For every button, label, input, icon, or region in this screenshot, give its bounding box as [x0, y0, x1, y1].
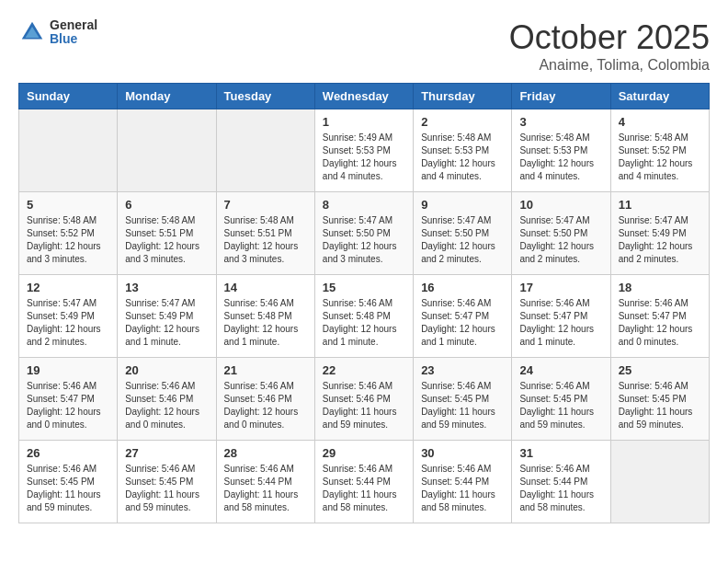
- calendar-day-cell: 7Sunrise: 5:48 AM Sunset: 5:51 PM Daylig…: [216, 192, 314, 275]
- calendar-day-cell: 3Sunrise: 5:48 AM Sunset: 5:53 PM Daylig…: [512, 109, 610, 192]
- day-of-week-header: Monday: [118, 84, 216, 109]
- day-info: Sunrise: 5:46 AM Sunset: 5:48 PM Dayligh…: [224, 297, 307, 349]
- day-info: Sunrise: 5:48 AM Sunset: 5:53 PM Dayligh…: [421, 132, 504, 183]
- day-info: Sunrise: 5:46 AM Sunset: 5:45 PM Dayligh…: [421, 380, 504, 431]
- day-number: 8: [323, 198, 405, 212]
- day-number: 11: [619, 198, 701, 212]
- day-info: Sunrise: 5:48 AM Sunset: 5:52 PM Dayligh…: [27, 214, 109, 266]
- day-info: Sunrise: 5:46 AM Sunset: 5:46 PM Dayligh…: [323, 380, 405, 431]
- calendar-day-cell: 23Sunrise: 5:46 AM Sunset: 5:45 PM Dayli…: [414, 358, 512, 441]
- day-number: 12: [27, 281, 109, 294]
- calendar-day-cell: 13Sunrise: 5:47 AM Sunset: 5:49 PM Dayli…: [118, 275, 216, 358]
- day-number: 27: [125, 446, 208, 460]
- day-info: Sunrise: 5:46 AM Sunset: 5:47 PM Dayligh…: [27, 380, 109, 431]
- calendar-day-cell: 16Sunrise: 5:46 AM Sunset: 5:47 PM Dayli…: [414, 275, 512, 358]
- day-number: 9: [421, 198, 504, 212]
- calendar-week-row: 12Sunrise: 5:47 AM Sunset: 5:49 PM Dayli…: [19, 275, 710, 358]
- calendar-day-cell: 11Sunrise: 5:47 AM Sunset: 5:49 PM Dayli…: [610, 192, 709, 275]
- calendar-day-cell: [610, 441, 709, 523]
- day-info: Sunrise: 5:47 AM Sunset: 5:50 PM Dayligh…: [323, 214, 405, 266]
- logo-text: General Blue: [50, 18, 97, 47]
- day-number: 13: [125, 281, 208, 294]
- day-number: 31: [519, 446, 602, 460]
- calendar-day-cell: 29Sunrise: 5:46 AM Sunset: 5:44 PM Dayli…: [314, 441, 413, 523]
- day-info: Sunrise: 5:46 AM Sunset: 5:44 PM Dayligh…: [519, 463, 602, 514]
- day-number: 28: [224, 446, 307, 460]
- month-title: October 2025: [509, 18, 710, 57]
- calendar-day-cell: 26Sunrise: 5:46 AM Sunset: 5:45 PM Dayli…: [19, 441, 118, 523]
- calendar-day-cell: 27Sunrise: 5:46 AM Sunset: 5:45 PM Dayli…: [118, 441, 216, 523]
- calendar-table: SundayMondayTuesdayWednesdayThursdayFrid…: [18, 83, 710, 523]
- calendar-day-cell: 20Sunrise: 5:46 AM Sunset: 5:46 PM Dayli…: [118, 358, 216, 441]
- calendar-day-cell: 17Sunrise: 5:46 AM Sunset: 5:47 PM Dayli…: [512, 275, 610, 358]
- calendar-day-cell: [118, 109, 216, 192]
- calendar-day-cell: 9Sunrise: 5:47 AM Sunset: 5:50 PM Daylig…: [414, 192, 512, 275]
- day-number: 15: [323, 281, 405, 294]
- calendar-day-cell: [216, 109, 314, 192]
- page-header: General Blue October 2025 Anaime, Tolima…: [18, 18, 710, 74]
- day-number: 14: [224, 281, 307, 294]
- day-number: 3: [519, 115, 602, 129]
- day-number: 16: [421, 281, 504, 294]
- calendar-day-cell: 1Sunrise: 5:49 AM Sunset: 5:53 PM Daylig…: [314, 109, 413, 192]
- day-info: Sunrise: 5:46 AM Sunset: 5:45 PM Dayligh…: [27, 463, 109, 514]
- day-info: Sunrise: 5:47 AM Sunset: 5:49 PM Dayligh…: [125, 297, 208, 349]
- calendar-day-cell: 24Sunrise: 5:46 AM Sunset: 5:45 PM Dayli…: [512, 358, 610, 441]
- day-number: 23: [421, 363, 504, 377]
- day-info: Sunrise: 5:46 AM Sunset: 5:44 PM Dayligh…: [224, 463, 307, 514]
- calendar-day-cell: 15Sunrise: 5:46 AM Sunset: 5:48 PM Dayli…: [314, 275, 413, 358]
- day-info: Sunrise: 5:48 AM Sunset: 5:53 PM Dayligh…: [519, 132, 602, 183]
- calendar-day-cell: 8Sunrise: 5:47 AM Sunset: 5:50 PM Daylig…: [314, 192, 413, 275]
- day-info: Sunrise: 5:46 AM Sunset: 5:45 PM Dayligh…: [125, 463, 208, 514]
- calendar-day-cell: 2Sunrise: 5:48 AM Sunset: 5:53 PM Daylig…: [414, 109, 512, 192]
- day-number: 20: [125, 363, 208, 377]
- calendar-day-cell: 5Sunrise: 5:48 AM Sunset: 5:52 PM Daylig…: [19, 192, 118, 275]
- day-info: Sunrise: 5:47 AM Sunset: 5:49 PM Dayligh…: [619, 214, 701, 266]
- day-info: Sunrise: 5:47 AM Sunset: 5:50 PM Dayligh…: [421, 214, 504, 266]
- logo-general: General: [50, 18, 97, 32]
- day-info: Sunrise: 5:49 AM Sunset: 5:53 PM Dayligh…: [323, 132, 405, 183]
- calendar-day-cell: 18Sunrise: 5:46 AM Sunset: 5:47 PM Dayli…: [610, 275, 709, 358]
- day-info: Sunrise: 5:47 AM Sunset: 5:50 PM Dayligh…: [519, 214, 602, 266]
- day-info: Sunrise: 5:46 AM Sunset: 5:45 PM Dayligh…: [519, 380, 602, 431]
- location: Anaime, Tolima, Colombia: [509, 57, 710, 74]
- calendar-week-row: 5Sunrise: 5:48 AM Sunset: 5:52 PM Daylig…: [19, 192, 710, 275]
- calendar-day-cell: 31Sunrise: 5:46 AM Sunset: 5:44 PM Dayli…: [512, 441, 610, 523]
- logo: General Blue: [18, 18, 97, 47]
- calendar-week-row: 19Sunrise: 5:46 AM Sunset: 5:47 PM Dayli…: [19, 358, 710, 441]
- day-number: 4: [619, 115, 701, 129]
- calendar-day-cell: 10Sunrise: 5:47 AM Sunset: 5:50 PM Dayli…: [512, 192, 610, 275]
- day-of-week-header: Thursday: [414, 84, 512, 109]
- day-of-week-header: Wednesday: [314, 84, 413, 109]
- title-block: October 2025 Anaime, Tolima, Colombia: [509, 18, 710, 74]
- calendar-day-cell: 4Sunrise: 5:48 AM Sunset: 5:52 PM Daylig…: [610, 109, 709, 192]
- calendar-week-row: 1Sunrise: 5:49 AM Sunset: 5:53 PM Daylig…: [19, 109, 710, 192]
- day-number: 22: [323, 363, 405, 377]
- day-number: 1: [323, 115, 405, 129]
- day-info: Sunrise: 5:48 AM Sunset: 5:51 PM Dayligh…: [125, 214, 208, 266]
- day-number: 2: [421, 115, 504, 129]
- day-info: Sunrise: 5:46 AM Sunset: 5:47 PM Dayligh…: [421, 297, 504, 349]
- day-number: 25: [619, 363, 701, 377]
- day-info: Sunrise: 5:46 AM Sunset: 5:45 PM Dayligh…: [619, 380, 701, 431]
- day-number: 7: [224, 198, 307, 212]
- calendar-day-cell: 21Sunrise: 5:46 AM Sunset: 5:46 PM Dayli…: [216, 358, 314, 441]
- calendar-day-cell: 25Sunrise: 5:46 AM Sunset: 5:45 PM Dayli…: [610, 358, 709, 441]
- calendar-week-row: 26Sunrise: 5:46 AM Sunset: 5:45 PM Dayli…: [19, 441, 710, 523]
- day-number: 5: [27, 198, 109, 212]
- calendar-header-row: SundayMondayTuesdayWednesdayThursdayFrid…: [19, 84, 710, 109]
- day-number: 18: [619, 281, 701, 294]
- day-number: 29: [323, 446, 405, 460]
- day-info: Sunrise: 5:46 AM Sunset: 5:47 PM Dayligh…: [519, 297, 602, 349]
- calendar-day-cell: [19, 109, 118, 192]
- calendar-day-cell: 12Sunrise: 5:47 AM Sunset: 5:49 PM Dayli…: [19, 275, 118, 358]
- calendar-day-cell: 30Sunrise: 5:46 AM Sunset: 5:44 PM Dayli…: [414, 441, 512, 523]
- day-number: 30: [421, 446, 504, 460]
- calendar-day-cell: 22Sunrise: 5:46 AM Sunset: 5:46 PM Dayli…: [314, 358, 413, 441]
- calendar-day-cell: 28Sunrise: 5:46 AM Sunset: 5:44 PM Dayli…: [216, 441, 314, 523]
- day-info: Sunrise: 5:46 AM Sunset: 5:44 PM Dayligh…: [323, 463, 405, 514]
- logo-icon: [18, 18, 46, 46]
- day-number: 10: [519, 198, 602, 212]
- day-number: 6: [125, 198, 208, 212]
- day-info: Sunrise: 5:48 AM Sunset: 5:52 PM Dayligh…: [619, 132, 701, 183]
